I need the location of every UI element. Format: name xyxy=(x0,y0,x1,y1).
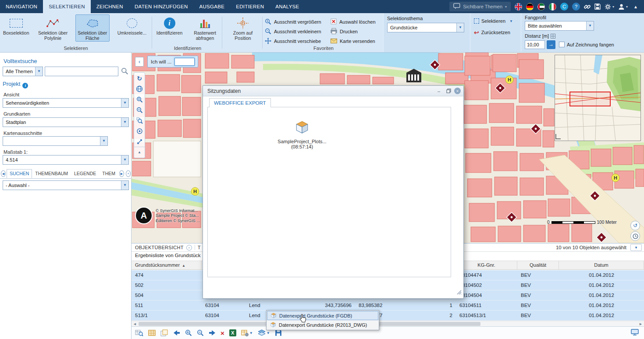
tab-weboffice-export[interactable]: WEBOFFICE EXPORT xyxy=(209,98,271,107)
flag-de-icon[interactable] xyxy=(526,3,534,11)
selektionsthema-dropdown[interactable]: Grundstücke ▼ xyxy=(387,23,464,32)
full-extent-icon[interactable] xyxy=(134,136,145,147)
export-item[interactable]: SampleProject_Plots... (08:57:14) xyxy=(269,120,335,149)
favorite-drucken[interactable]: Drucken xyxy=(331,27,382,36)
menu-item-datenexport-dwg[interactable]: Datenexport Grundstücke (R2013_DWG) xyxy=(267,320,378,329)
menu-daten-hinzufuegen[interactable]: DATEN HINZUFÜGEN xyxy=(129,0,194,13)
menu-analyse[interactable]: ANALYSE xyxy=(270,0,305,13)
previous-record-icon[interactable] xyxy=(173,328,180,337)
auswahl-dropdown[interactable]: - Auswahl - ▼ xyxy=(3,180,129,190)
dialog-titlebar[interactable]: Sitzungsdaten – × xyxy=(203,86,463,96)
favorite-ausschnitt-vergroessern[interactable]: Ausschnitt vergrößern xyxy=(265,17,331,27)
collapse-ribbon-icon[interactable]: ▲ xyxy=(632,4,640,9)
column-header[interactable]: Grundstücksnummer▲ xyxy=(132,261,202,269)
overview-map[interactable] xyxy=(555,55,641,141)
restore-icon[interactable] xyxy=(445,88,452,95)
excel-export-icon[interactable]: X xyxy=(229,328,236,337)
collapse-toolbar-icon[interactable]: ▲ xyxy=(134,147,145,157)
boxselektion-tool[interactable]: Boxselektion xyxy=(2,14,31,42)
tab-legende[interactable]: LEGENDE xyxy=(71,169,99,178)
globe-icon[interactable] xyxy=(134,84,145,94)
distanz-input[interactable] xyxy=(525,40,545,49)
monitor-icon[interactable] xyxy=(631,329,639,338)
selektion-flaeche-tool[interactable]: Selektion über Fläche xyxy=(75,14,110,42)
menu-zeichnen[interactable]: ZEICHNEN xyxy=(91,0,129,13)
settings-gear-icon[interactable]: ▾ xyxy=(605,4,614,10)
overview-fold-icon[interactable] xyxy=(555,134,561,139)
tab-themen[interactable]: THEM xyxy=(99,169,118,178)
close-icon[interactable]: × xyxy=(454,88,461,94)
table-settings-icon[interactable]: ▼ xyxy=(241,328,253,337)
copyright-c-icon[interactable]: C xyxy=(560,3,568,11)
next-record-icon[interactable] xyxy=(209,328,216,337)
massstab-dropdown[interactable]: 4.514 ▼ xyxy=(3,155,129,165)
sidebar-collapse-button[interactable]: ‹ xyxy=(135,57,144,67)
apply-distance-button[interactable]: → xyxy=(547,40,555,49)
minimize-icon[interactable]: – xyxy=(435,88,443,95)
zoom-in-icon[interactable] xyxy=(185,328,192,337)
fulltext-search-input[interactable] xyxy=(45,67,118,76)
horizontal-scrollbar[interactable]: ◀ ▶ xyxy=(132,321,644,327)
snap-checkbox[interactable] xyxy=(559,42,565,47)
menu-selektieren[interactable]: SELEKTIEREN xyxy=(43,0,91,13)
zoom-to-record-icon[interactable] xyxy=(135,328,143,337)
theme-filter-dropdown[interactable]: Alle Themen ▼ xyxy=(3,67,43,76)
tabs-more-icon[interactable]: + xyxy=(126,170,131,177)
help-icon[interactable]: ? xyxy=(572,3,580,11)
close-icon[interactable]: × xyxy=(186,245,192,251)
column-header[interactable]: Qualität xyxy=(517,261,559,269)
center-target-icon[interactable] xyxy=(134,126,145,136)
identifizieren-tool[interactable]: i Identifizieren xyxy=(154,14,185,42)
menu-ausgabe[interactable]: AUSGABE xyxy=(194,0,231,13)
umkreisselektion-tool[interactable]: Umkreissele... xyxy=(114,14,150,42)
rasterwert-tool[interactable]: Rasterwert abfragen xyxy=(189,14,221,42)
copy-table-icon[interactable] xyxy=(160,328,168,337)
ansicht-dropdown[interactable]: Sehenswürdigkeiten ▼ xyxy=(3,98,129,108)
favorite-karte-versenden[interactable]: Karte versenden xyxy=(331,36,382,46)
menu-item-datenexport-fgdb[interactable]: Datenexport Grundstücke (FGDB) xyxy=(267,311,378,320)
remove-selection-icon[interactable]: × xyxy=(221,328,224,337)
table-icon[interactable] xyxy=(148,328,156,337)
flag-uk-icon[interactable] xyxy=(515,3,522,11)
search-icon[interactable] xyxy=(121,67,128,77)
tab-themenbaum[interactable]: THEMENBAUM xyxy=(32,169,71,178)
expand-results-icon[interactable]: ▼ xyxy=(630,244,642,251)
table-row[interactable]: 513/163104Lend84,782077263104513/1BEV01.… xyxy=(132,311,644,321)
menu-editieren[interactable]: EDITIEREN xyxy=(230,0,270,13)
ich-will-input[interactable] xyxy=(174,58,195,66)
flag-it-icon[interactable] xyxy=(549,3,556,11)
user-icon[interactable]: ▾ xyxy=(618,4,628,10)
zoom-out-icon[interactable] xyxy=(134,105,145,115)
zoom-window-icon[interactable] xyxy=(134,115,145,126)
tabs-scroll-left-icon[interactable]: ◀ xyxy=(1,170,6,177)
refresh-icon[interactable]: ↻ xyxy=(134,73,145,84)
history-clock-icon[interactable] xyxy=(630,231,640,241)
flag-ae-icon[interactable] xyxy=(537,3,545,11)
table-row[interactable]: 51163104Lend343,73569683,985382163104511… xyxy=(132,300,644,311)
tab-objektuebersicht[interactable]: OBJEKTÜBERSICHT xyxy=(132,245,184,250)
zoom-out-icon[interactable] xyxy=(197,328,204,337)
visible-themes-control[interactable]: Sichtbare Themen ▾ xyxy=(449,2,511,11)
column-header[interactable]: KG-Gnr. xyxy=(456,261,517,269)
resize-grip[interactable] xyxy=(457,289,462,297)
column-header[interactable]: Datum xyxy=(559,261,644,269)
zuruecksetzen-button[interactable]: ↩ Zurücksetzen xyxy=(474,30,510,35)
favorite-ausschnitt-verkleinern[interactable]: Ausschnitt verkleinern xyxy=(265,27,331,36)
tabs-scroll-right-icon[interactable]: ▶ xyxy=(119,170,124,177)
zoom-auf-position-tool[interactable]: Zoom auf Position xyxy=(224,14,261,42)
link-icon[interactable] xyxy=(584,4,591,10)
ich-will-widget[interactable]: Ich will ... xyxy=(147,56,198,67)
selektieren-menu-button[interactable]: Selektieren ▼ xyxy=(474,18,513,24)
favorite-auswahl-loeschen[interactable]: Auswahl löschen xyxy=(331,17,382,27)
save-icon[interactable] xyxy=(594,4,601,10)
tab-suchen[interactable]: SUCHEN xyxy=(7,169,32,178)
favorite-ausschnitt-verschieben[interactable]: Ausschnitt verschiebe xyxy=(265,36,331,46)
grundkarten-dropdown[interactable]: Stadtplan ▼ xyxy=(3,117,129,127)
previous-extent-icon[interactable]: ↺ xyxy=(630,221,640,230)
info-icon[interactable]: i xyxy=(22,83,28,88)
kartenausschnitte-dropdown[interactable]: ▼ xyxy=(3,136,108,146)
fangprofil-dropdown[interactable]: Bitte auswählen ▼ xyxy=(525,21,594,31)
zoom-in-icon[interactable] xyxy=(134,94,145,105)
selektion-polylinie-tool[interactable]: Selektion über Polylinie xyxy=(35,14,71,42)
menu-navigation[interactable]: NAVIGATION xyxy=(0,0,43,13)
